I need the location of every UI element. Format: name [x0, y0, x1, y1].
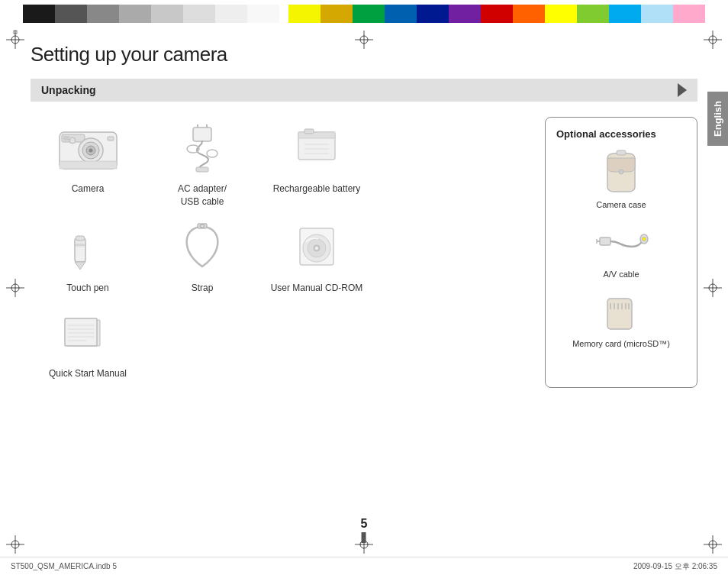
items-row-1: Camera — [31, 117, 530, 208]
camera-case-image — [591, 147, 652, 197]
optional-memory-card: Memory card (microSD™) — [572, 286, 670, 348]
battery-image — [282, 117, 351, 178]
page-title: Setting up your camera — [31, 43, 697, 66]
strap-label: Strap — [192, 282, 214, 295]
optional-accessories-box: Optional accessories — [545, 117, 697, 388]
touch-pen-image — [53, 216, 122, 277]
svg-point-31 — [89, 149, 92, 153]
optional-av-cable: A/V cable — [591, 217, 652, 279]
svg-point-59 — [315, 247, 318, 250]
section-arrow-icon — [678, 83, 687, 97]
item-quick-start: Quick Start Manual — [31, 302, 145, 380]
color-bar — [0, 0, 728, 27]
camera-label: Camera — [72, 183, 105, 195]
quick-start-image — [53, 302, 122, 363]
battery-label: Rechargeable battery — [273, 183, 361, 195]
ac-adapter-label: AC adapter/USB cable — [178, 183, 227, 208]
section-header: Unpacking — [31, 79, 697, 102]
footer-left: ST500_QSM_AMERICA.indb 5 — [11, 562, 117, 570]
svg-point-40 — [207, 150, 217, 157]
memory-card-image — [591, 286, 652, 336]
svg-rect-52 — [76, 236, 85, 241]
page-number-area: 5 — [361, 517, 368, 543]
item-battery: Rechargeable battery — [259, 117, 374, 208]
camera-image — [53, 117, 122, 178]
svg-rect-34 — [60, 161, 117, 169]
cd-rom-label: User Manual CD-ROM — [271, 282, 363, 295]
items-grid: Camera — [31, 117, 530, 388]
item-camera: Camera — [31, 117, 145, 208]
svg-rect-43 — [304, 129, 314, 134]
camera-case-label: Camera case — [596, 200, 646, 209]
svg-rect-33 — [108, 137, 114, 141]
item-strap: Strap — [145, 216, 259, 295]
item-cd-rom: User Manual CD-ROM — [259, 216, 374, 295]
item-touch-pen: Touch pen — [31, 216, 145, 295]
av-cable-label: A/V cable — [603, 270, 639, 279]
touch-pen-label: Touch pen — [66, 282, 108, 295]
svg-point-67 — [619, 170, 623, 174]
page-number: 5 — [361, 517, 368, 531]
svg-rect-68 — [617, 150, 626, 155]
section-title: Unpacking — [41, 84, 96, 96]
svg-rect-35 — [193, 128, 211, 141]
svg-point-32 — [69, 137, 76, 144]
svg-rect-69 — [600, 237, 610, 245]
strap-image — [168, 216, 237, 277]
page-number-bar — [362, 532, 366, 543]
items-row-3: Quick Start Manual — [31, 302, 530, 380]
svg-marker-49 — [75, 262, 85, 270]
quick-start-label: Quick Start Manual — [49, 367, 127, 380]
footer-right: 2009-09-15 오후 2:06:35 — [633, 561, 717, 572]
svg-rect-61 — [65, 318, 97, 346]
svg-point-73 — [643, 237, 646, 241]
main-layout: Camera — [31, 117, 697, 388]
cd-rom-image — [282, 216, 351, 277]
memory-card-label: Memory card (microSD™) — [572, 339, 670, 348]
optional-title: Optional accessories — [553, 128, 656, 140]
page-content: Setting up your camera Unpacking — [0, 27, 728, 557]
ac-adapter-image — [168, 117, 237, 178]
optional-camera-case: Camera case — [591, 147, 652, 209]
item-ac-adapter: AC adapter/USB cable — [145, 117, 259, 208]
footer: ST500_QSM_AMERICA.indb 5 2009-09-15 오후 2… — [0, 557, 728, 575]
av-cable-image — [591, 217, 652, 267]
svg-rect-42 — [298, 132, 335, 138]
svg-rect-38 — [196, 167, 208, 172]
items-row-2: Touch pen Strap — [31, 216, 530, 295]
svg-rect-27 — [63, 136, 69, 141]
